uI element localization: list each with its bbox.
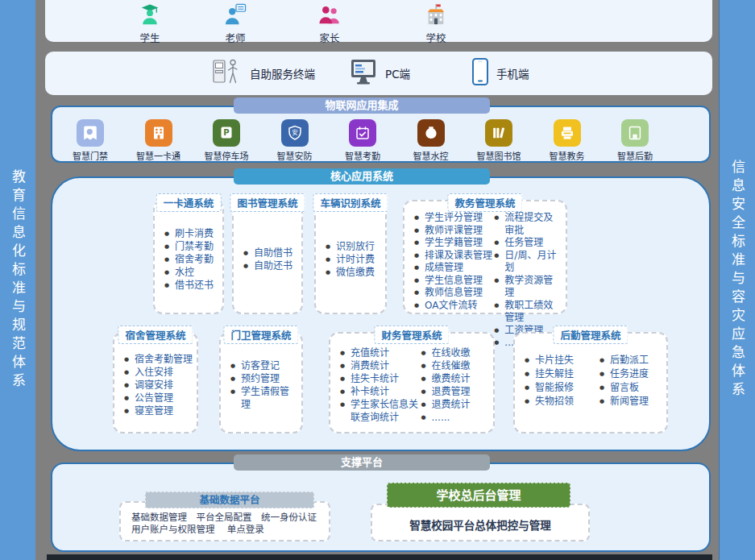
iot-tiles: 智慧门禁 智慧一卡通 P 智慧 [63, 119, 662, 162]
list-item: 门禁考勤 [164, 240, 219, 253]
list-item: 后勤派工 [599, 354, 663, 367]
list-item: 退费管理 [421, 385, 490, 398]
system-list: 流程提交及审批任务管理日/周、月计划教学资源管理教职工绩效管理工资管理.....… [494, 212, 562, 350]
list-item: 调寝安排 [124, 379, 193, 392]
list-item: 水控 [164, 266, 219, 279]
users-row: 学生 老师 [45, 0, 712, 42]
user-label: 学校 [425, 30, 446, 45]
iot-tile-access: 智慧门禁 [63, 119, 118, 162]
system-title: 门卫管理系统 [223, 326, 298, 344]
system-list: 识别放行计时计费微信缴费 [326, 240, 382, 279]
terminal-item-phone: 手机端 [471, 57, 529, 89]
system-title: 车辆识别系统 [313, 193, 388, 212]
system-list: 宿舍考勤管理入住安排调寝安排公告管理寝室管理 [124, 353, 193, 417]
system-title: 一卡通系统 [156, 193, 222, 212]
academic-printer-icon [554, 119, 581, 147]
logistics-banner-icon [621, 119, 649, 147]
list-item: 入住安排 [124, 366, 193, 379]
iot-tile-label: 智慧图书馆 [477, 149, 521, 162]
iot-band-title: 物联网应用集成 [234, 97, 490, 114]
onecard-icon [145, 119, 172, 147]
bottom-strip [47, 554, 712, 560]
right-sidebar-label: 信息安全标准与容灾应急体系 [720, 160, 755, 400]
list-item: 失物招领 [525, 395, 599, 409]
list-item: 预约管理 [230, 372, 298, 385]
list-item: 在线催缴 [421, 359, 490, 372]
terminal-label: 手机端 [496, 65, 529, 81]
student-icon [138, 3, 162, 29]
left-sidebar-label: 教育信息化标准与规范体系 [0, 169, 35, 392]
list-item: 教师信息管理 [414, 287, 494, 300]
iot-tile-label: 智慧水控 [413, 149, 449, 162]
iot-tile-onecard: 智慧一卡通 [131, 119, 186, 162]
system-list: 卡片挂失挂失解挂智能报修失物招领 [525, 354, 599, 409]
system-title: 教务管理系统 [447, 193, 522, 212]
water-control-icon [417, 119, 445, 147]
system-title: 图书管理系统 [230, 193, 305, 212]
iot-tile-label: 智慧停车场 [205, 149, 249, 162]
list-item: 教学资源管理 [494, 275, 562, 300]
iot-tile-label: 智慧教务 [550, 149, 585, 162]
list-item: 访客登记 [230, 359, 298, 372]
system-list: 充值统计消费统计挂失卡统计补卡统计学生家长信息关联查询统计 [340, 346, 421, 424]
core-band-title: 核心应用系统 [234, 168, 490, 185]
base-platform-line: 用户账户与权限管理 单点登录 [131, 524, 329, 536]
system-list: 访客登记预约管理学生请假管理 [230, 359, 298, 411]
smart-campus-architecture-diagram: 教育信息化标准与规范体系 信息安全标准与容灾应急体系 学生 [0, 0, 755, 560]
base-platform-line: 基础数据管理 平台全局配置 统一身份认证 [131, 512, 329, 524]
list-item: 消费统计 [340, 359, 421, 372]
list-item: 排课及课表管理 [414, 250, 494, 263]
system-title: 后勤管理系统 [553, 326, 628, 344]
iot-tile-logistics: 智慧后勤 [608, 119, 662, 162]
list-item: 流程提交及审批 [494, 212, 562, 237]
list-item: 缴费统计 [421, 372, 490, 385]
terminal-item-pc: PC端 [349, 58, 410, 89]
pc-icon [349, 58, 378, 89]
parents-icon [317, 3, 342, 29]
user-item-parents: 家长 [305, 3, 354, 45]
system-box-dormitory: 宿舍管理系统 宿舍考勤管理入住安排调寝安排公告管理寝室管理 [113, 332, 198, 433]
system-title: 宿舍管理系统 [118, 326, 193, 344]
list-item: 卡片挂失 [525, 354, 599, 367]
iot-tile-security: 安 智慧安防 [268, 119, 322, 162]
system-list: 后勤派工任务进度留言板新闻管理 [599, 354, 663, 409]
list-item: 智能报修 [525, 381, 599, 395]
attendance-calendar-icon [349, 119, 376, 147]
list-item: 挂失卡统计 [340, 372, 421, 385]
iot-tile-academic: 智慧教务 [540, 119, 595, 162]
list-item: 借书还书 [164, 279, 219, 292]
list-item: 识别放行 [326, 240, 382, 253]
list-item: 自助借书 [243, 247, 298, 259]
left-sidebar: 教育信息化标准与规范体系 [0, 0, 35, 560]
system-box-vehicle: 车辆识别系统 识别放行计时计费微信缴费 [314, 200, 387, 314]
list-item: 任务管理 [494, 237, 562, 250]
list-item: 自助还书 [243, 259, 298, 272]
terminals-row: 自助服务终端 PC端 [45, 52, 712, 95]
user-item-school: 学校 [412, 3, 460, 45]
system-list: 刷卡消费门禁考勤宿舍考勤水控借书还书 [164, 227, 219, 292]
right-sidebar: 信息安全标准与容灾应急体系 [719, 0, 755, 560]
list-item: 在线收缴 [421, 346, 490, 359]
terminal-label: 自助服务终端 [250, 65, 315, 81]
parking-icon: P [213, 119, 240, 147]
list-item: 教职工绩效管理 [494, 300, 562, 325]
iot-tile-water: 智慧水控 [404, 119, 458, 162]
system-list: 自助借书自助还书 [243, 247, 298, 272]
support-band-title: 支撑平台 [234, 454, 490, 471]
kiosk-icon [210, 57, 243, 89]
list-item: 成绩管理 [414, 262, 494, 275]
admin-platform-title: 学校总后台管理 [387, 483, 570, 508]
list-item: 学生信息管理 [414, 275, 494, 288]
list-item: 刷卡消费 [164, 227, 219, 240]
admin-platform-desc: 智慧校园平台总体把控与管理 [409, 516, 551, 533]
list-item: 公告管理 [124, 392, 193, 404]
iot-tile-label: 智慧考勤 [345, 149, 380, 162]
school-icon [424, 3, 448, 29]
system-box-gate: 门卫管理系统 访客登记预约管理学生请假管理 [219, 332, 303, 433]
iot-tile-library: 智慧图书馆 [471, 119, 526, 162]
system-title: 财务管理系统 [374, 326, 449, 344]
base-platform-title: 基础数据平台 [145, 492, 314, 508]
iot-tile-label: 智慧后勤 [617, 149, 653, 162]
list-item: 宿舍考勤 [164, 253, 219, 266]
system-box-finance: 财务管理系统 充值统计消费统计挂失卡统计补卡统计学生家长信息关联查询统计 在线收… [329, 332, 495, 433]
